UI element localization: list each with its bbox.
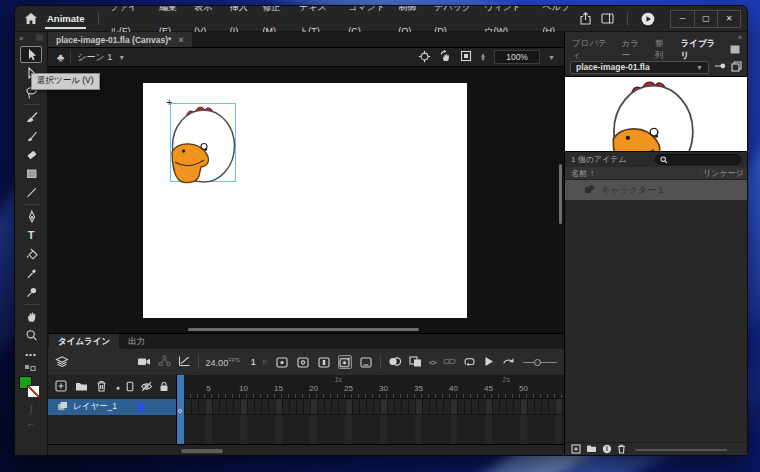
rectangle-tool[interactable] — [20, 165, 42, 182]
edit-symbols-icon[interactable]: ♣ — [57, 51, 64, 63]
slider-knob[interactable] — [534, 359, 541, 366]
library-scrollbar[interactable] — [635, 449, 727, 451]
timeline-tabs: タイムライン出力 — [48, 334, 564, 349]
share-icon[interactable] — [579, 12, 592, 25]
tab-出力[interactable]: 出力 — [119, 334, 154, 349]
layers-stack-icon[interactable] — [55, 355, 69, 370]
playhead[interactable] — [177, 375, 184, 444]
scrollbar-thumb[interactable] — [181, 449, 223, 453]
minimize-button[interactable]: ─ — [671, 11, 694, 27]
edit-multiple-frames-icon[interactable] — [409, 356, 422, 369]
workspace-icon[interactable] — [601, 13, 614, 24]
pin-library-icon[interactable] — [714, 62, 726, 72]
zoom-dropdown-icon[interactable]: ▼ — [548, 54, 555, 61]
selection-tool[interactable] — [20, 46, 42, 63]
canvas-horizontal-scrollbar[interactable] — [188, 328, 419, 331]
maximize-button[interactable]: ▢ — [694, 11, 717, 27]
document-tab[interactable]: place-image-01.fla (Canvas)* × — [48, 32, 192, 47]
disabled-tool-icon: ʃ — [30, 404, 32, 415]
chevron-down-icon[interactable]: ▼ — [118, 54, 125, 61]
stage[interactable]: + — [143, 83, 467, 318]
test-movie-play-icon[interactable] — [641, 12, 655, 26]
zoom-tool[interactable] — [20, 327, 42, 344]
timeline-horizontal-scrollbar[interactable] — [48, 444, 564, 456]
zoom-level-field[interactable]: 100% — [494, 50, 540, 64]
library-item-row[interactable]: キャラクター 1 — [565, 180, 747, 200]
hide-layers-icon[interactable] — [140, 381, 153, 394]
reset-timeline-zoom-icon[interactable] — [502, 356, 515, 368]
swap-colors-icon[interactable] — [24, 364, 38, 374]
name-column-header[interactable]: 名前↑ — [565, 168, 697, 179]
home-icon[interactable] — [25, 13, 37, 24]
line-tool[interactable] — [20, 184, 42, 201]
link-icon[interactable] — [443, 356, 456, 369]
library-document-select[interactable]: place-image-01.fla ▼ — [570, 61, 709, 74]
library-search-input[interactable] — [655, 154, 741, 165]
remove-frame-button[interactable] — [359, 355, 373, 369]
eyedropper-tool[interactable] — [20, 265, 42, 282]
loop-icon[interactable] — [463, 356, 476, 369]
fluid-brush-tool[interactable] — [20, 108, 42, 125]
zoom-stepper[interactable]: ▲▼ — [480, 53, 486, 62]
insert-blank-keyframe-button[interactable] — [296, 355, 310, 369]
current-frame-field[interactable]: 1 — [251, 357, 256, 367]
layer-parenting-icon[interactable] — [158, 355, 171, 369]
layer-column: ● — [48, 375, 177, 444]
new-symbol-icon[interactable] — [571, 444, 581, 456]
selected-object-bounds[interactable]: + — [170, 103, 236, 182]
auto-keyframe-button[interactable] — [338, 355, 352, 369]
layer-row-layer1[interactable]: レイヤー_1 — [48, 399, 176, 415]
clip-content-icon[interactable] — [460, 50, 472, 64]
collapse-panel-icon[interactable]: » — [738, 34, 742, 41]
frame-ruler[interactable]: 51015202530354045501s2s — [177, 375, 564, 399]
stroke-color-swatch[interactable] — [27, 385, 40, 398]
camera-icon[interactable] — [137, 356, 151, 369]
more-tools[interactable]: ••• — [20, 346, 42, 363]
collapse-dock-icon[interactable]: « — [19, 34, 23, 43]
window-controls: ─ ▢ ✕ — [670, 10, 741, 28]
layer-depth-icon[interactable] — [178, 355, 191, 369]
linkage-column-header[interactable]: リンケージ — [697, 168, 747, 179]
hand-tool[interactable] — [20, 308, 42, 325]
rotate-canvas-icon[interactable] — [439, 50, 452, 65]
center-stage-icon[interactable] — [418, 50, 431, 65]
disabled-tool-icon: ⌐ — [28, 419, 34, 430]
timeline-zoom-slider[interactable] — [523, 362, 557, 363]
classic-brush-tool[interactable] — [20, 127, 42, 144]
pen-tool[interactable] — [20, 208, 42, 225]
layer-name[interactable]: レイヤー_1 — [73, 401, 117, 413]
insert-frame-button[interactable] — [317, 355, 331, 369]
frames-area[interactable]: 51015202530354045501s2s — [177, 375, 564, 444]
item-properties-icon[interactable]: i — [602, 444, 612, 456]
new-library-panel-icon[interactable] — [731, 61, 742, 74]
play-icon[interactable] — [484, 356, 494, 369]
canvas-vertical-scrollbar[interactable] — [559, 164, 562, 224]
new-layer-icon[interactable] — [55, 380, 67, 394]
library-item-list[interactable]: キャラクター 1 — [565, 180, 747, 442]
layer1-frames-row[interactable] — [177, 399, 564, 415]
paint-bucket-tool[interactable] — [20, 246, 42, 263]
onion-skin-icon[interactable] — [388, 356, 402, 369]
eraser-tool[interactable] — [20, 146, 42, 163]
lock-layers-icon[interactable] — [159, 381, 169, 394]
scene-name[interactable]: シーン 1 — [77, 51, 112, 64]
chicken-artwork[interactable] — [171, 104, 237, 184]
insert-keyframe-button[interactable] — [275, 355, 289, 369]
delete-layer-icon[interactable] — [96, 380, 107, 394]
panel-menu-icon[interactable] — [730, 45, 740, 56]
close-button[interactable]: ✕ — [717, 11, 740, 27]
close-tab-icon[interactable]: × — [178, 35, 183, 45]
app-name[interactable]: Animate — [45, 8, 86, 29]
outline-view-icon[interactable] — [126, 381, 134, 394]
fps-field[interactable]: 24.00FPS — [206, 357, 240, 368]
layer-type-icon — [57, 401, 68, 413]
asset-warp-tool[interactable] — [20, 284, 42, 301]
delete-item-icon[interactable] — [617, 444, 626, 456]
pasteboard[interactable]: + — [48, 67, 564, 333]
onion-range-icon[interactable]: <> — [429, 358, 436, 367]
new-folder-icon[interactable] — [586, 444, 597, 455]
new-folder-icon[interactable] — [75, 381, 88, 393]
highlight-layer-icon[interactable]: ● — [116, 384, 120, 391]
tab-タイムライン[interactable]: タイムライン — [49, 334, 119, 349]
text-tool[interactable]: T — [20, 227, 42, 244]
